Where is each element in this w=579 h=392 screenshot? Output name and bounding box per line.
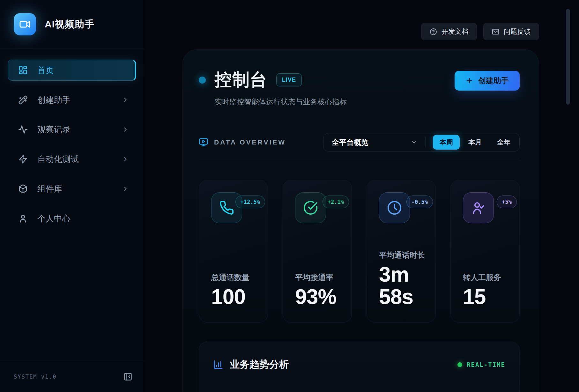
sidebar-item-label: 组件库	[37, 183, 62, 195]
realtime-dot	[457, 362, 462, 367]
stat-icon-tile	[463, 192, 494, 223]
overview-controls: 全平台概览 本周 本月 全年	[323, 133, 520, 152]
page-title: 控制台	[215, 68, 267, 92]
sidebar-item-home[interactable]: 首页	[8, 60, 136, 81]
topbar: 开发文档 问题反馈	[182, 0, 539, 40]
lightning-icon	[18, 154, 28, 164]
trend-title-group: 业务趋势分析	[213, 358, 289, 371]
brand: AI视频助手	[0, 0, 144, 49]
tab-this-week[interactable]: 本周	[433, 135, 460, 150]
chevron-down-icon	[411, 139, 417, 145]
divider	[426, 137, 426, 148]
app-title: AI视频助手	[45, 18, 94, 31]
period-tabs: 本周 本月 全年	[433, 135, 517, 150]
chevron-right-icon	[122, 156, 129, 163]
app-logo	[14, 13, 36, 35]
stat-value: 100	[211, 286, 260, 308]
plus-icon	[465, 77, 473, 85]
stat-label: 转人工服务	[463, 272, 512, 283]
stat-card-avg-duration: -0.5% 平均通话时长 3m 58s	[367, 180, 436, 322]
sidebar-item-label: 首页	[37, 65, 54, 76]
feedback-label: 问题反馈	[504, 27, 531, 36]
sidebar-item-component-library[interactable]: 组件库	[8, 178, 136, 199]
realtime-status: REAL-TIME	[457, 361, 505, 368]
magic-wand-icon	[18, 95, 28, 105]
sidebar-item-observation-log[interactable]: 观察记录	[8, 119, 136, 140]
status-dot	[199, 77, 206, 84]
page-subtitle: 实时监控智能体运行状态与业务核心指标	[215, 97, 347, 107]
data-overview-label-group: DATA OVERVIEW	[199, 137, 286, 147]
mail-icon	[492, 28, 499, 35]
stat-value: 15	[463, 286, 512, 308]
phone-icon	[219, 200, 234, 215]
delta-badge: +12.5%	[235, 196, 265, 208]
sidebar: AI视频助手 首页 创建助手 观察记录	[0, 0, 144, 392]
dev-docs-button[interactable]: 开发文档	[421, 23, 477, 40]
cube-icon	[18, 184, 28, 194]
main-content: 开发文档 问题反馈 控制台 LIVE 实时监控智能体运行状态与业务核心指标	[144, 0, 579, 392]
chevron-right-icon	[122, 185, 129, 192]
platform-select[interactable]: 全平台概览	[332, 137, 417, 147]
sidebar-item-label: 自动化测试	[37, 154, 79, 165]
sidebar-footer: SYSTEM v1.0	[0, 361, 144, 392]
chevron-right-icon	[122, 126, 129, 133]
create-assistant-label: 创建助手	[478, 76, 509, 86]
delta-badge: +2.1%	[323, 196, 349, 208]
stat-card-human-transfer: +5% 转人工服务 15	[450, 180, 520, 322]
console-panel: 控制台 LIVE 实时监控智能体运行状态与业务核心指标 创建助手 DATA OV…	[182, 49, 539, 392]
help-circle-icon	[430, 28, 437, 35]
sidebar-item-profile[interactable]: 个人中心	[8, 208, 136, 229]
create-assistant-button[interactable]: 创建助手	[455, 71, 520, 91]
trend-header: 业务趋势分析 REAL-TIME	[213, 358, 505, 371]
sidebar-item-label: 个人中心	[37, 213, 71, 224]
monitor-play-icon	[199, 137, 208, 147]
delta-badge: -0.5%	[406, 196, 433, 208]
bar-chart-icon	[213, 359, 223, 370]
realtime-label: REAL-TIME	[467, 361, 505, 368]
sidebar-item-automation-test[interactable]: 自动化测试	[8, 149, 136, 170]
layout-dashboard-icon	[18, 65, 28, 75]
tab-this-month[interactable]: 本月	[462, 135, 488, 150]
sidebar-item-label: 观察记录	[37, 124, 71, 135]
user-icon	[18, 214, 28, 223]
stat-value: 3m 58s	[379, 263, 428, 308]
check-circle-icon	[303, 200, 318, 215]
stat-value: 93%	[295, 286, 344, 308]
dev-docs-label: 开发文档	[442, 27, 468, 36]
data-overview-row: DATA OVERVIEW 全平台概览 本周 本月 全年	[199, 133, 520, 152]
sidebar-item-create-assistant[interactable]: 创建助手	[8, 89, 136, 110]
stat-icon-tile	[379, 192, 410, 223]
chevron-right-icon	[122, 96, 129, 103]
collapse-sidebar-icon[interactable]	[123, 372, 132, 381]
activity-pulse-icon	[18, 125, 28, 134]
stat-icon-tile	[295, 192, 326, 223]
section-divider	[199, 160, 520, 160]
delta-badge: +5%	[497, 196, 517, 208]
stat-label: 平均通话时长	[379, 250, 428, 260]
data-overview-label: DATA OVERVIEW	[214, 138, 286, 146]
trend-title: 业务趋势分析	[230, 358, 289, 371]
clock-icon	[387, 200, 402, 215]
system-version: SYSTEM v1.0	[14, 374, 57, 380]
stat-label: 平均接通率	[295, 272, 344, 283]
live-badge: LIVE	[276, 73, 302, 86]
scrollbar-thumb[interactable]	[566, 9, 570, 105]
sidebar-item-label: 创建助手	[37, 94, 71, 106]
user-check-icon	[471, 200, 486, 215]
video-camera-icon	[19, 18, 31, 30]
feedback-button[interactable]: 问题反馈	[483, 23, 539, 40]
trend-analysis-card: 业务趋势分析 REAL-TIME	[199, 342, 520, 392]
platform-select-value: 全平台概览	[332, 137, 368, 147]
console-header: 控制台 LIVE 实时监控智能体运行状态与业务核心指标 创建助手	[199, 68, 520, 107]
stat-card-total-calls: +12.5% 总通话数量 100	[199, 180, 268, 322]
stat-card-answer-rate: +2.1% 平均接通率 93%	[283, 180, 352, 322]
stat-label: 总通话数量	[211, 272, 260, 283]
sidebar-nav: 首页 创建助手 观察记录 自动化测试	[0, 49, 144, 229]
tab-this-year[interactable]: 全年	[490, 135, 517, 150]
stats-grid: +12.5% 总通话数量 100 +2.1% 平均接通率 93%	[199, 180, 520, 322]
